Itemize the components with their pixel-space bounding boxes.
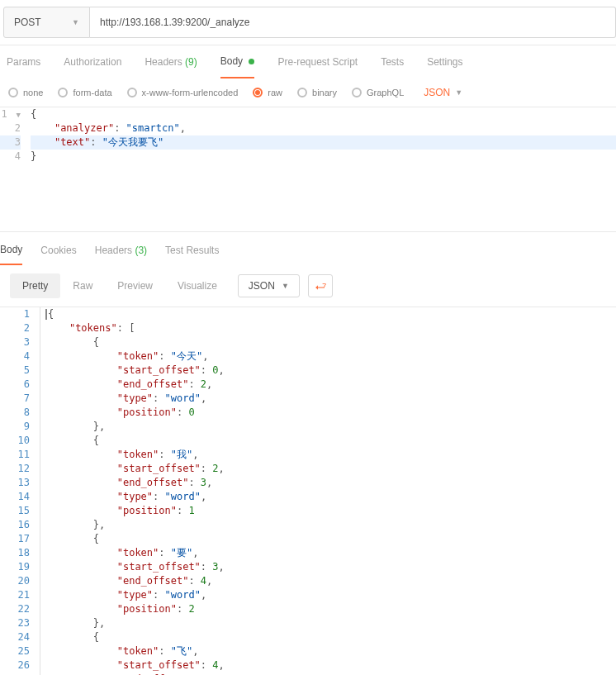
resp-tab-cookies[interactable]: Cookies bbox=[40, 245, 76, 264]
body-format-select[interactable]: JSON ▼ bbox=[424, 87, 462, 98]
code-token: "飞" bbox=[171, 645, 192, 657]
body-type-binary[interactable]: binary bbox=[297, 88, 337, 97]
view-visualize-button[interactable]: Visualize bbox=[165, 273, 230, 298]
http-method-select[interactable]: POST ▼ bbox=[3, 7, 90, 38]
line-number: 4 bbox=[0, 349, 30, 364]
tab-authorization[interactable]: Authorization bbox=[64, 56, 121, 78]
code-token: : bbox=[159, 645, 170, 657]
code-token: { bbox=[48, 308, 54, 320]
radio-icon bbox=[297, 88, 307, 97]
line-number: 23 bbox=[0, 616, 30, 630]
line-number: 15 bbox=[0, 504, 30, 518]
radio-icon bbox=[58, 88, 68, 97]
fold-icon[interactable]: ▼ bbox=[13, 108, 21, 122]
line-number: 6 bbox=[0, 378, 30, 392]
code-token: }, bbox=[93, 421, 105, 432]
code-token: : bbox=[188, 575, 200, 587]
code-token: 4 bbox=[212, 659, 218, 671]
body-type-none[interactable]: none bbox=[8, 88, 43, 97]
resp-tab-headers-label: Headers bbox=[95, 245, 132, 256]
code-token: , bbox=[201, 491, 206, 502]
code-token: , bbox=[206, 575, 212, 587]
line-number: 9 bbox=[0, 420, 30, 434]
response-format-select[interactable]: JSON ▼ bbox=[238, 274, 300, 297]
code-token: , bbox=[202, 350, 208, 362]
code-token: "word" bbox=[165, 589, 201, 601]
code-token: , bbox=[192, 547, 198, 559]
code-token: , bbox=[192, 449, 198, 460]
chevron-down-icon: ▼ bbox=[72, 18, 79, 26]
code-token: , bbox=[206, 378, 212, 390]
body-type-raw-label: raw bbox=[268, 88, 282, 97]
code-token: , bbox=[219, 561, 225, 573]
code-token: : bbox=[188, 477, 200, 488]
code-token: "end_offset" bbox=[117, 575, 189, 587]
line-number: 7 bbox=[0, 392, 30, 406]
resp-tab-testresults[interactable]: Test Results bbox=[165, 245, 219, 264]
code-token: 0 bbox=[212, 364, 218, 376]
request-body-editor[interactable]: 1 ▼ 2 3 4 { "analyzer": "smartcn", "text… bbox=[0, 107, 616, 215]
resp-tab-body[interactable]: Body bbox=[0, 244, 22, 265]
response-code[interactable]: { "tokens": [ { "token": "今天", "start_of… bbox=[40, 307, 616, 675]
code-token: : bbox=[177, 603, 188, 615]
url-input[interactable] bbox=[90, 7, 616, 38]
tab-settings[interactable]: Settings bbox=[427, 56, 462, 78]
view-pretty-button[interactable]: Pretty bbox=[10, 273, 60, 298]
code-token: "position" bbox=[117, 603, 177, 615]
code-token: "token" bbox=[117, 645, 159, 657]
body-type-binary-label: binary bbox=[312, 88, 337, 97]
tab-prerequest[interactable]: Pre-request Script bbox=[277, 56, 358, 78]
request-tabs: Params Authorization Headers (9) Body Pr… bbox=[0, 45, 616, 78]
resp-tab-headers[interactable]: Headers (3) bbox=[95, 245, 147, 264]
body-type-urlencoded-label: x-www-form-urlencoded bbox=[142, 88, 239, 97]
line-number: 10 bbox=[0, 434, 30, 448]
tab-body[interactable]: Body bbox=[220, 55, 255, 78]
code-token: : bbox=[159, 449, 170, 460]
code-token: : bbox=[188, 378, 200, 390]
line-number: 11 bbox=[0, 448, 30, 462]
body-type-urlencoded[interactable]: x-www-form-urlencoded bbox=[127, 88, 239, 97]
request-bar: POST ▼ bbox=[0, 0, 616, 45]
wrap-lines-button[interactable]: ⮐ bbox=[308, 274, 333, 297]
request-code[interactable]: { "analyzer": "smartcn", "text": "今天我要飞"… bbox=[29, 107, 616, 215]
code-token: "token" bbox=[117, 547, 159, 559]
tab-headers-label: Headers bbox=[145, 56, 182, 68]
code-token: "end_offset" bbox=[117, 477, 189, 488]
radio-icon bbox=[127, 88, 137, 97]
code-token: { bbox=[93, 435, 99, 446]
response-body-editor[interactable]: 1 2 3 4 5 6 7 8 9 10 11 12 13 14 15 16 1… bbox=[0, 307, 616, 675]
code-token: , bbox=[219, 463, 225, 474]
request-gutter: 1 ▼ 2 3 4 bbox=[0, 107, 29, 215]
code-token: : bbox=[153, 392, 164, 404]
code-token: "token" bbox=[117, 350, 159, 362]
code-token: , bbox=[180, 122, 186, 134]
body-type-raw[interactable]: raw bbox=[253, 88, 282, 97]
code-token: "start_offset" bbox=[117, 364, 201, 376]
wrap-icon: ⮐ bbox=[315, 279, 326, 292]
code-token: "word" bbox=[165, 491, 201, 502]
line-number: 8 bbox=[0, 406, 30, 420]
tab-tests[interactable]: Tests bbox=[381, 56, 404, 78]
code-token: 2 bbox=[201, 378, 206, 390]
code-token: "analyzer" bbox=[54, 122, 114, 134]
code-token: : bbox=[159, 350, 170, 362]
body-type-graphql[interactable]: GraphQL bbox=[352, 88, 404, 97]
chevron-down-icon: ▼ bbox=[455, 88, 462, 97]
code-token: "position" bbox=[117, 505, 177, 516]
body-type-formdata[interactable]: form-data bbox=[58, 88, 111, 97]
code-token: 0 bbox=[188, 406, 194, 418]
view-raw-button[interactable]: Raw bbox=[60, 273, 105, 298]
code-token: "token" bbox=[117, 449, 159, 460]
tab-headers[interactable]: Headers (9) bbox=[145, 56, 197, 78]
code-token: : bbox=[177, 505, 188, 516]
code-token: "word" bbox=[165, 392, 201, 404]
code-token: 3 bbox=[201, 477, 206, 488]
code-token: "今天" bbox=[171, 350, 202, 362]
response-format-value: JSON bbox=[249, 280, 275, 292]
tab-params[interactable]: Params bbox=[7, 56, 40, 78]
line-number: 1 bbox=[2, 108, 7, 120]
view-preview-button[interactable]: Preview bbox=[105, 273, 165, 298]
response-gutter: 1 2 3 4 5 6 7 8 9 10 11 12 13 14 15 16 1… bbox=[0, 307, 40, 675]
line-number: 2 bbox=[15, 122, 21, 134]
code-token: , bbox=[192, 645, 198, 657]
